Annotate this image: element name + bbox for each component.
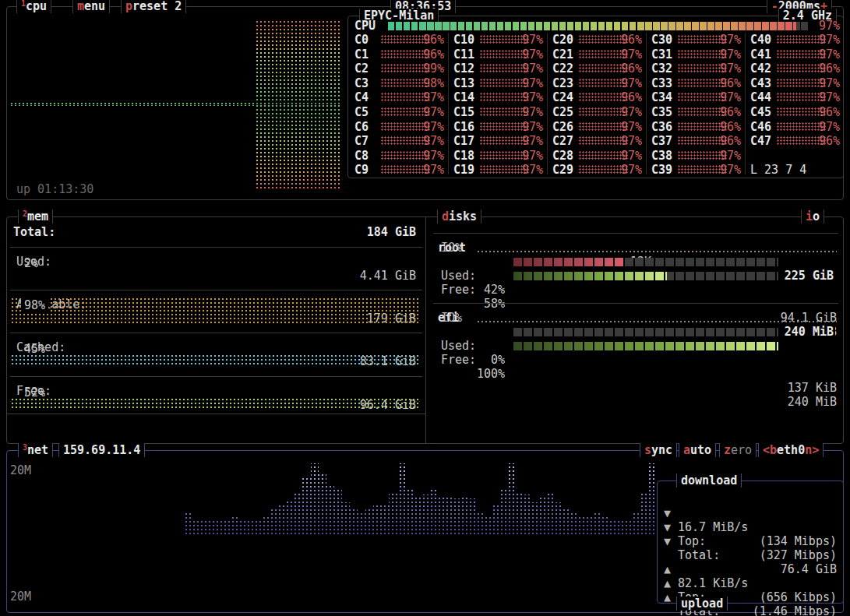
mem-total-label: Total: bbox=[13, 225, 55, 239]
core-cell: C897% bbox=[350, 149, 449, 163]
core-cell: C4397% bbox=[746, 76, 845, 90]
core-cell: C997% bbox=[350, 163, 449, 177]
cpu-total-label: CPU bbox=[354, 19, 376, 33]
core-cell: C3396% bbox=[647, 76, 746, 90]
core-cell: C3897% bbox=[647, 149, 746, 163]
core-cell: C3796% bbox=[647, 134, 746, 148]
net-scale-bottom: 20M bbox=[10, 590, 31, 604]
core-cell: C797% bbox=[350, 134, 449, 148]
tab-mem[interactable]: 2mem bbox=[18, 209, 53, 224]
cpu-total-row: CPU 97% bbox=[348, 19, 843, 33]
disk-efi-used-meter bbox=[513, 328, 778, 336]
core-cell: C1197% bbox=[449, 48, 548, 62]
mem-available-pct: 98% bbox=[21, 298, 48, 312]
net-scale-top: 20M bbox=[10, 463, 31, 477]
mem-available-graph bbox=[11, 297, 421, 324]
core-cell: C2997% bbox=[548, 163, 647, 177]
core-cell: C3997% bbox=[647, 163, 746, 177]
core-cell: C1297% bbox=[449, 62, 548, 76]
core-cell: C4097% bbox=[746, 33, 845, 47]
load-average: L 23 7 4 bbox=[750, 163, 806, 177]
core-cell: C3097% bbox=[647, 33, 746, 47]
disk-efi-free-meter bbox=[513, 342, 778, 350]
cpu-core-box: EPYC-Milan 2.4 GHz CPU 97% L 23 7 4 C096… bbox=[347, 16, 844, 178]
net-zero-button[interactable]: zero bbox=[719, 443, 757, 457]
core-cell: C4296% bbox=[746, 62, 845, 76]
cpu-total-pct: 97% bbox=[809, 19, 840, 33]
core-cell: C4796% bbox=[746, 134, 845, 148]
preset-button[interactable]: preset 2 bbox=[121, 0, 186, 13]
iface-prev-button[interactable]: <b bbox=[763, 443, 777, 457]
up-arrow-icon: ▲ bbox=[664, 590, 671, 604]
core-cell: C3197% bbox=[647, 48, 746, 62]
core-cell: C3696% bbox=[647, 120, 746, 134]
net-ip-address: 159.69.11.4 bbox=[58, 443, 145, 457]
cpu-hotkey: 1 bbox=[21, 0, 26, 8]
disk-efi-io-graph bbox=[477, 320, 837, 324]
cpu-total-meter-fill bbox=[388, 22, 796, 30]
cpu-graph-lower bbox=[10, 104, 342, 192]
net-stats-panel: download ▼ 16.7 MiB/s (134 Mibps) ▼ Top:… bbox=[657, 480, 844, 604]
core-cell: C2496% bbox=[548, 90, 647, 104]
core-cell: C4697% bbox=[746, 120, 845, 134]
core-cell: C2797% bbox=[548, 134, 647, 148]
core-cell: C2697% bbox=[548, 120, 647, 134]
mem-disks-divider bbox=[425, 217, 426, 443]
core-cell: C4497% bbox=[746, 90, 845, 104]
core-cell: C2397% bbox=[548, 76, 647, 90]
disk-efi-free-row: Free: 100% 240 MiB bbox=[432, 339, 841, 423]
core-cell: C2897% bbox=[548, 149, 647, 163]
interval-decrease-button[interactable]: - bbox=[771, 0, 778, 13]
core-cell: C2597% bbox=[548, 105, 647, 119]
cpu-box: 1cpu menu preset 2 08:36:53 -2000ms+ up … bbox=[6, 6, 844, 200]
cpu-total-meter bbox=[388, 22, 809, 30]
iface-name: eth0 bbox=[777, 443, 805, 457]
core-cell: C4197% bbox=[746, 48, 845, 62]
core-cell: C1397% bbox=[449, 76, 548, 90]
mem-used-pct: 2% bbox=[24, 256, 38, 270]
core-cell: C196% bbox=[350, 48, 449, 62]
core-cell: C398% bbox=[350, 76, 449, 90]
core-cell: C497% bbox=[350, 90, 449, 104]
cpu-usage-graph bbox=[10, 16, 342, 192]
net-box: 3net 159.69.11.4 sync auto zero <beth0n>… bbox=[6, 450, 844, 613]
uptime: up 01:13:30 bbox=[16, 182, 93, 196]
core-cell: C1697% bbox=[449, 120, 548, 134]
download-title: download bbox=[676, 473, 742, 488]
core-cell: C3297% bbox=[647, 62, 746, 76]
core-cell: C299% bbox=[350, 62, 449, 76]
iface-next-button[interactable]: n> bbox=[805, 443, 819, 457]
core-cell: C2197% bbox=[548, 48, 647, 62]
disk-efi-free-value: 240 MiB bbox=[759, 395, 837, 409]
down-arrow-icon: ▼ bbox=[664, 534, 671, 548]
core-cell: C096% bbox=[350, 33, 449, 47]
disk-root-io-graph bbox=[477, 250, 837, 254]
disk-root-used-meter bbox=[513, 258, 778, 266]
core-cell: C3497% bbox=[647, 90, 746, 104]
mem-free-graph bbox=[11, 398, 421, 410]
disk-efi-io-label: IO% bbox=[441, 311, 462, 325]
core-cell: C2096% bbox=[548, 33, 647, 47]
core-cell: C1997% bbox=[449, 163, 548, 177]
mem-used-value: 4.41 GiB bbox=[358, 269, 418, 283]
mem-total-value: 184 GiB bbox=[323, 225, 416, 239]
disk-efi-free-pct: 100% bbox=[477, 367, 505, 381]
mem-cached-graph bbox=[11, 354, 421, 367]
upload-title: upload bbox=[676, 597, 728, 611]
net-download-graph bbox=[185, 462, 657, 535]
net-auto-button[interactable]: auto bbox=[679, 443, 716, 457]
cpu-title: cpu bbox=[26, 0, 47, 13]
core-cell: C1497% bbox=[449, 90, 548, 104]
menu-button[interactable]: menu bbox=[72, 0, 110, 13]
cpu-graph-upper bbox=[10, 16, 342, 104]
tab-net[interactable]: 3net bbox=[18, 443, 53, 457]
core-cell: C1097% bbox=[449, 33, 548, 47]
disks-panel: root ▼12K 225 GiB IO% Used: 42% 94.1 GiB… bbox=[432, 217, 841, 443]
tab-cpu[interactable]: 1cpu bbox=[16, 0, 51, 13]
core-cell: C597% bbox=[350, 105, 449, 119]
net-interface-switcher[interactable]: <beth0n> bbox=[758, 443, 824, 457]
disk-root-free-meter bbox=[513, 272, 778, 280]
net-sync-button[interactable]: sync bbox=[640, 443, 677, 457]
disk-root-io-label: IO% bbox=[441, 241, 462, 255]
core-cell: C1797% bbox=[449, 134, 548, 148]
